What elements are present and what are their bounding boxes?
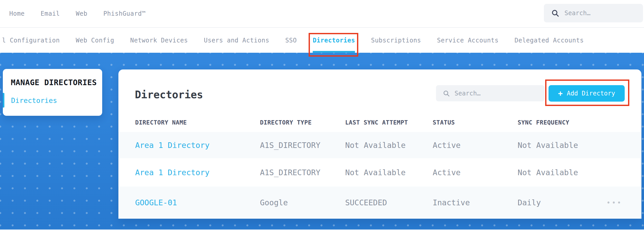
add-directory-button[interactable]: + Add Directory xyxy=(549,85,625,102)
tab-label: Network Devices xyxy=(130,37,188,44)
last-sync-cell: Not Available xyxy=(345,141,433,150)
global-search-input[interactable] xyxy=(564,10,631,17)
last-sync-cell: Not Available xyxy=(345,168,433,177)
table-row[interactable]: Area 1 Directory A1S_DIRECTORY Not Avail… xyxy=(118,158,641,187)
directory-type-cell: A1S_DIRECTORY xyxy=(260,141,345,150)
row-actions-cell: ••• xyxy=(606,199,641,206)
tab-label: l Configuration xyxy=(2,37,60,44)
tab-label: Directories xyxy=(313,37,355,44)
column-header-directory-name: DIRECTORY NAME xyxy=(135,119,260,126)
directory-type-cell: A1S_DIRECTORY xyxy=(260,168,345,177)
nav-web[interactable]: Web xyxy=(76,10,88,17)
last-sync-cell: SUCCEEDED xyxy=(345,198,433,207)
tab-users-and-actions[interactable]: Users and Actions xyxy=(204,28,269,53)
directories-card: Directories + Add Directory DIRECTORY NA… xyxy=(118,69,641,219)
nav-phishguard[interactable]: PhishGuard™ xyxy=(103,10,145,17)
search-icon xyxy=(551,9,559,17)
tab-subscriptions[interactable]: Subscriptions xyxy=(371,28,421,53)
sync-frequency-cell: Daily xyxy=(518,198,606,207)
column-header-status: STATUS xyxy=(433,119,518,126)
active-tab-underline xyxy=(313,51,355,53)
tab-label: Subscriptions xyxy=(371,37,421,44)
panel-title: MANAGE DIRECTORIES xyxy=(11,78,97,87)
status-cell: Active xyxy=(433,168,518,177)
tab-service-accounts[interactable]: Service Accounts xyxy=(437,28,499,53)
sync-frequency-cell: Not Available xyxy=(518,168,606,177)
tab-network-devices[interactable]: Network Devices xyxy=(130,28,188,53)
sidebar-item-directories[interactable]: Directories xyxy=(11,96,57,105)
tab-label: Delegated Accounts xyxy=(515,37,584,44)
tab-email-configuration[interactable]: l Configuration xyxy=(2,28,60,53)
search-icon xyxy=(443,90,450,97)
directory-type-cell: Google xyxy=(260,198,345,207)
column-header-last-sync-attempt: LAST SYNC ATTEMPT xyxy=(345,119,433,126)
directories-workarea: MANAGE DIRECTORIES Directories Directori… xyxy=(0,53,644,229)
column-header-directory-type: DIRECTORY TYPE xyxy=(260,119,345,126)
sync-frequency-cell: Not Available xyxy=(518,141,606,150)
nav-home[interactable]: Home xyxy=(9,10,25,17)
directory-name-link[interactable]: Area 1 Directory xyxy=(135,141,260,150)
tab-label: Service Accounts xyxy=(437,37,499,44)
tab-web-config[interactable]: Web Config xyxy=(76,28,114,53)
tab-sso[interactable]: SSO xyxy=(285,28,297,53)
table-body: Area 1 Directory A1S_DIRECTORY Not Avail… xyxy=(118,132,641,219)
add-directory-label: Add Directory xyxy=(567,90,615,97)
status-cell: Inactive xyxy=(433,198,518,207)
top-header: Home Email Web PhishGuard™ xyxy=(0,0,644,28)
manage-directories-panel: MANAGE DIRECTORIES Directories xyxy=(3,69,102,116)
table-row[interactable]: Area 1 Directory A1S_DIRECTORY Not Avail… xyxy=(118,132,641,158)
tab-label: Users and Actions xyxy=(204,37,269,44)
ellipsis-menu-icon[interactable]: ••• xyxy=(606,199,622,206)
directory-name-link[interactable]: GOOGLE-01 xyxy=(135,198,260,207)
page-title: Directories xyxy=(135,89,203,100)
column-header-sync-frequency: SYNC FREQUENCY xyxy=(518,119,606,126)
global-search-box[interactable] xyxy=(544,4,643,22)
nav-email[interactable]: Email xyxy=(41,10,60,17)
table-row[interactable]: GOOGLE-01 Google SUCCEEDED Inactive Dail… xyxy=(118,187,641,219)
directories-search-box[interactable] xyxy=(436,85,544,101)
tab-label: SSO xyxy=(285,37,297,44)
status-cell: Active xyxy=(433,141,518,150)
settings-tabs-bar: l Configuration Web Config Network Devic… xyxy=(0,28,644,53)
directories-search-input[interactable] xyxy=(455,90,532,97)
tab-directories[interactable]: Directories xyxy=(313,28,355,53)
table-header-row: DIRECTORY NAME DIRECTORY TYPE LAST SYNC … xyxy=(118,113,641,132)
tab-label: Web Config xyxy=(76,37,114,44)
tab-delegated-accounts[interactable]: Delegated Accounts xyxy=(515,28,584,53)
directory-name-link[interactable]: Area 1 Directory xyxy=(135,168,260,177)
active-item-accent-bar xyxy=(3,93,4,108)
plus-icon: + xyxy=(558,90,563,97)
